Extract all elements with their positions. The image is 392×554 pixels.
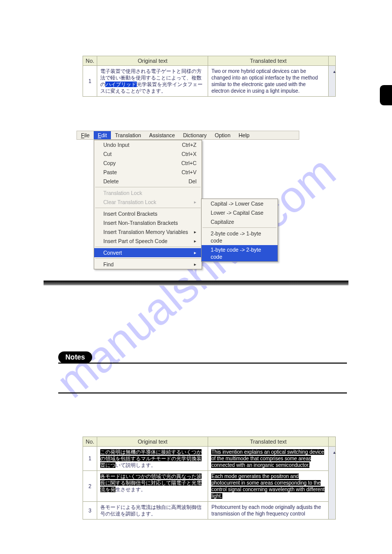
menu-option[interactable]: Option <box>211 131 234 139</box>
menu-insert-non-translation-brackets[interactable]: Insert Non-Translation Brackets <box>94 218 202 227</box>
menu-insert-control-brackets[interactable]: Insert Control Brackets <box>94 209 202 218</box>
translation-table-1: No. Original text Translated text 1 電子装置… <box>83 56 336 97</box>
menu-separator <box>95 247 201 247</box>
rule-line <box>58 363 347 364</box>
col-original: Original text <box>97 56 208 66</box>
submenu-capitalize[interactable]: Capitalize <box>202 217 278 226</box>
rule-line <box>58 392 347 393</box>
menu-separator <box>95 258 201 259</box>
selected-text: This invention explains an optical switc… <box>211 449 324 468</box>
menu-convert[interactable]: Convert <box>94 248 202 257</box>
menu-help[interactable]: Help <box>234 131 254 139</box>
notes-heading: Notes <box>58 351 92 363</box>
table-row: 3 各モードによる光電流は独自に高周波制御信号の伝達を調節します。 Photoc… <box>83 502 336 520</box>
scroll-up-icon[interactable]: ▴ <box>332 69 338 75</box>
row-num: 2 <box>83 471 97 502</box>
submenu-lower-to-capital[interactable]: Lower -> Capital Case <box>202 208 278 217</box>
menu-find[interactable]: Find <box>94 260 202 269</box>
table-row: 2 各モードはいくつかの領域で光の異なった波長に関する制御信号に対応して陽電子と… <box>83 471 336 502</box>
menu-delete[interactable]: DeleteDel <box>94 177 202 186</box>
col-translated: Translated text <box>208 56 328 66</box>
edit-dropdown: Undo InputCtrl+Z CutCtrl+X CopyCtrl+C Pa… <box>94 140 202 269</box>
row-num: 1 <box>83 447 97 471</box>
original-cell[interactable]: 各モードによる光電流は独自に高周波制御信号の伝達を調節します。 <box>97 502 208 520</box>
menu-translation-lock: Translation Lock <box>94 188 202 197</box>
menu-translation[interactable]: Translation <box>111 131 145 139</box>
menu-paste[interactable]: PasteCtrl+V <box>94 168 202 177</box>
translated-cell[interactable]: This invention explains an optical switc… <box>208 447 328 471</box>
col-translated: Translated text <box>208 437 328 447</box>
translated-cell[interactable]: Each mode generates the positron and pho… <box>208 471 328 502</box>
menu-screenshot: File Edit Translation Assistance Diction… <box>76 131 299 140</box>
translated-cell[interactable]: Photocurrent by each mode originally adj… <box>208 502 328 520</box>
row-num: 1 <box>83 66 97 97</box>
menu-insert-pos-code[interactable]: Insert Part of Speech Code <box>94 236 202 246</box>
selected-text: Each mode generates the positron and pho… <box>211 473 324 499</box>
col-no: No. <box>83 56 97 66</box>
convert-submenu: Capital -> Lower Case Lower -> Capital C… <box>201 199 278 262</box>
menu-separator <box>95 208 201 208</box>
original-cell[interactable]: 電子装置で使用される電子ゲートと同様の方法で軽い衝動を使用することによって、複数… <box>97 66 208 97</box>
translation-table-2: No. Original text Translated text 1 この発明… <box>83 437 336 520</box>
table-row: 1 電子装置で使用される電子ゲートと同様の方法で軽い衝動を使用することによって、… <box>83 66 336 97</box>
menu-file[interactable]: File <box>77 131 94 139</box>
original-cell[interactable]: 各モードはいくつかの領域で光の異なった波長に関する制御信号に対応して陽電子と光電… <box>97 471 208 502</box>
scrollbar-head <box>328 56 335 66</box>
table-row: 1 この発明は無機の半導体に接続するいくつかの領域を包括するマルチモードの光学切… <box>83 447 336 471</box>
menu-assistance[interactable]: Assistance <box>145 131 179 139</box>
submenu-2byte-to-1byte[interactable]: 2-byte code -> 1-byte code <box>202 229 278 245</box>
menu-edit[interactable]: Edit <box>94 131 111 139</box>
side-tab <box>380 85 392 105</box>
scrollbar[interactable]: ▴ <box>328 66 335 97</box>
scrollbar-head <box>328 437 335 447</box>
menu-separator <box>203 227 277 228</box>
menu-separator <box>95 187 201 187</box>
col-no: No. <box>83 437 97 447</box>
menu-undo[interactable]: Undo InputCtrl+Z <box>94 140 202 149</box>
scrollbar[interactable]: ▴ <box>328 447 335 520</box>
submenu-1byte-to-2byte[interactable]: 1-byte code -> 2-byte code <box>202 245 278 261</box>
menubar: File Edit Translation Assistance Diction… <box>76 131 299 140</box>
original-cell[interactable]: この発明は無機の半導体に接続するいくつかの領域を包括するマルチモードの光学切換装… <box>97 447 208 471</box>
col-original: Original text <box>97 437 208 447</box>
menu-dictionary[interactable]: Dictionary <box>179 131 211 139</box>
submenu-capital-to-lower[interactable]: Capital -> Lower Case <box>202 199 278 208</box>
translated-cell[interactable]: Two or more hybrid optical devices can b… <box>208 66 328 97</box>
orig-text-rest: 生させます。 <box>115 487 146 492</box>
menu-cut[interactable]: CutCtrl+X <box>94 149 202 159</box>
orig-text-rest: いて説明します。 <box>115 462 156 468</box>
menu-insert-tm-variables[interactable]: Insert Translation Memory Variables <box>94 227 202 236</box>
row-num: 3 <box>83 502 97 520</box>
scroll-up-icon[interactable]: ▴ <box>332 450 338 456</box>
highlighted-term: ハイブリッド <box>105 82 137 87</box>
menu-clear-translation-lock: Clear Translation Lock <box>94 197 202 207</box>
section-divider-bar <box>44 281 348 286</box>
menu-copy[interactable]: CopyCtrl+C <box>94 159 202 168</box>
